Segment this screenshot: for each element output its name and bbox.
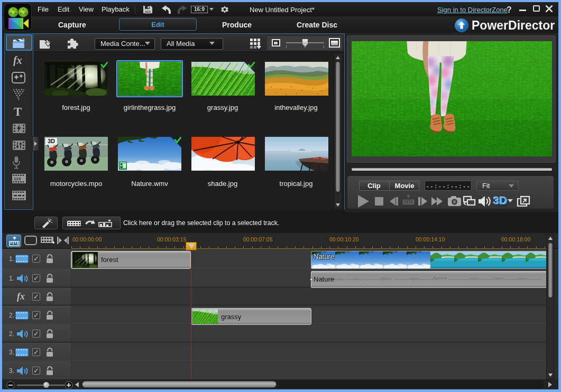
svg-text:T: T xyxy=(14,105,22,118)
svg-text:123: 123 xyxy=(14,176,21,181)
svg-text:fx: fx xyxy=(13,54,22,66)
